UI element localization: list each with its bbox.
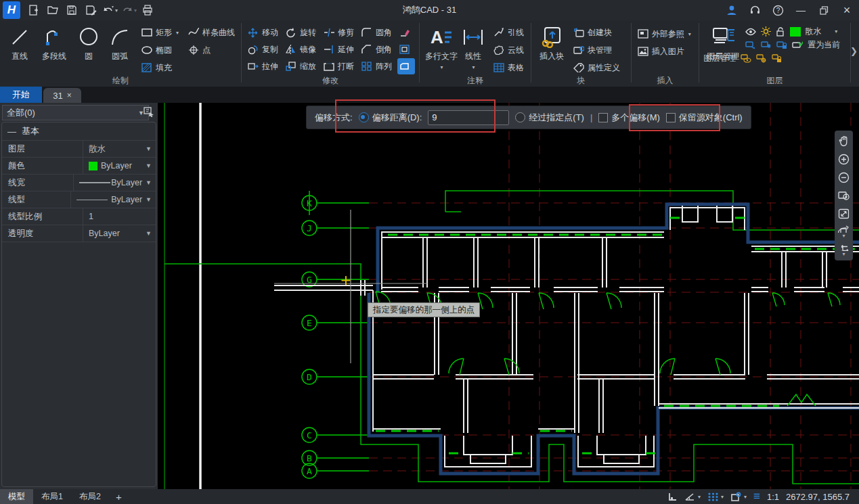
grid-caret-icon[interactable]: ▾	[721, 494, 724, 500]
new-file-icon[interactable]	[26, 2, 42, 18]
color-value-caret-icon[interactable]: ▼	[146, 162, 152, 169]
property-row-linetype[interactable]: 线型 ByLayer▼	[2, 191, 156, 208]
ellipse-tool[interactable]: 椭圆	[139, 42, 181, 58]
linetype-caret-icon[interactable]: ▼	[146, 196, 152, 203]
set-current-label[interactable]: 置为当前	[808, 39, 840, 51]
create-block-tool[interactable]: 创建块	[571, 24, 622, 41]
xref-tool[interactable]: 外部参照▾	[636, 26, 693, 42]
offset-distance-radio[interactable]	[359, 112, 369, 122]
property-row-transparency[interactable]: 透明度 ByLayer▼	[2, 225, 156, 242]
trim-tool[interactable]: 修剪	[322, 24, 359, 41]
layer-sun-icon[interactable]	[760, 26, 771, 37]
selection-filter-dropdown[interactable]: 全部(0) ▼	[2, 105, 149, 120]
move-view-caret-icon[interactable]: ▾	[842, 251, 845, 257]
mtext-caret-icon[interactable]: ▾	[440, 64, 443, 70]
insert-image-tool[interactable]: 插入图片	[636, 43, 693, 60]
chamfer-tool[interactable]: 倒角	[359, 41, 397, 58]
layer-list-caret-icon[interactable]: ▾	[835, 28, 837, 35]
polyline-tool[interactable]: 多段线	[35, 23, 73, 62]
grid-snap-icon[interactable]: ▾	[707, 492, 724, 502]
app-logo-icon[interactable]: H	[3, 1, 20, 19]
property-row-ltscale[interactable]: 线型比例 1	[2, 208, 156, 225]
redo-icon[interactable]: ▾	[120, 2, 137, 18]
zoom-in-icon[interactable]	[837, 152, 852, 166]
array-tool[interactable]: 阵列	[359, 58, 397, 74]
polar-caret-icon[interactable]: ▾	[698, 494, 701, 500]
leader-tool[interactable]: 引线	[491, 24, 526, 41]
break-tool[interactable]: 打断	[322, 58, 359, 74]
through-point-option[interactable]: 经过指定点(T)	[515, 112, 584, 124]
model-tab[interactable]: 模型	[0, 489, 33, 504]
ortho-mode-icon[interactable]	[667, 492, 678, 501]
layer-color-swatch[interactable]	[790, 27, 801, 37]
property-row-color[interactable]: 颜色 ByLayer▼	[2, 157, 156, 174]
layout1-tab[interactable]: 布局1	[33, 489, 71, 504]
quick-select-button[interactable]	[142, 105, 156, 119]
attribute-tool[interactable]: 属性定义	[571, 60, 622, 76]
point-tool[interactable]: 点	[186, 42, 237, 58]
help-icon[interactable]: ?	[768, 2, 787, 18]
scale-tool[interactable]: 缩放	[284, 58, 322, 74]
minimize-button[interactable]: —	[791, 2, 810, 18]
offset-copy-tool[interactable]	[397, 41, 415, 58]
save-icon[interactable]	[64, 2, 80, 18]
fillet-tool[interactable]: 圆角	[359, 24, 397, 41]
multiple-offset-checkbox[interactable]	[598, 113, 608, 122]
layer-off-icon[interactable]	[745, 40, 756, 51]
spline-tool[interactable]: 样条曲线	[186, 24, 237, 41]
layer-walk-icon[interactable]	[741, 53, 751, 64]
rectangle-tool[interactable]: 矩形 ▾	[139, 24, 181, 41]
lineweight-display-icon[interactable]: ≡	[753, 490, 760, 503]
transparency-caret-icon[interactable]: ▼	[146, 230, 152, 237]
property-row-layer[interactable]: 图层 散水▼	[2, 140, 156, 157]
circle-tool[interactable]: 圆	[73, 23, 104, 62]
offset-distance-option[interactable]: 偏移距离(D):	[359, 112, 422, 124]
layer-manager-label[interactable]: 图层管理	[703, 53, 736, 64]
save-as-icon[interactable]	[83, 2, 99, 18]
table-tool[interactable]: 表格	[491, 60, 526, 76]
hatch-tool[interactable]: 填充	[139, 60, 181, 76]
properties-section-basic[interactable]: — 基本	[2, 122, 156, 140]
copy-tool[interactable]: 复制	[246, 41, 284, 58]
undo-icon[interactable]: ▾	[102, 2, 118, 18]
revcloud-tool[interactable]: 云线	[491, 42, 526, 58]
set-current-layer-icon[interactable]	[792, 40, 803, 51]
mtext-tool[interactable]: A 多行文字 ▾	[424, 23, 459, 70]
dimension-tool[interactable]: 线性 ▾	[459, 23, 487, 70]
zoom-window-icon[interactable]	[837, 189, 852, 202]
stretch-tool[interactable]: 拉伸	[246, 58, 284, 74]
print-icon[interactable]	[139, 2, 156, 18]
close-button[interactable]: ×	[837, 2, 856, 18]
keep-source-option[interactable]: 保留源对象(Ctrl)	[666, 112, 743, 124]
pan-icon[interactable]	[837, 134, 852, 147]
layer-unlock-icon[interactable]	[775, 26, 786, 37]
drawing-canvas[interactable]: K J G E D C B A	[158, 103, 859, 489]
through-point-radio[interactable]	[515, 112, 525, 122]
multiple-offset-option[interactable]: 多个偏移(M)	[598, 112, 660, 124]
zoom-out-icon[interactable]	[837, 170, 852, 184]
add-layout-button[interactable]: +	[109, 491, 129, 503]
collapse-icon[interactable]: —	[7, 127, 16, 137]
move-view-icon[interactable]: ▾	[837, 244, 852, 257]
extend-tool[interactable]: 延伸	[322, 41, 359, 58]
restore-button[interactable]	[814, 2, 833, 18]
line-tool[interactable]: 直线	[4, 23, 35, 62]
annotation-scale[interactable]: 1:1	[767, 492, 779, 502]
tab-document-31[interactable]: 31 ×	[43, 88, 81, 103]
object-snap-icon[interactable]: ▾	[730, 492, 747, 502]
layer-lock-icon[interactable]	[776, 40, 787, 51]
zoom-extents-icon[interactable]	[837, 207, 852, 221]
mirror-tool[interactable]: 镜像	[284, 41, 322, 58]
open-file-icon[interactable]	[45, 2, 61, 18]
user-account-icon[interactable]	[722, 2, 741, 18]
block-manager-tool[interactable]: 块管理	[571, 42, 622, 58]
layer-lock-fade-icon[interactable]	[772, 53, 783, 64]
dimension-caret-icon[interactable]: ▾	[472, 64, 475, 70]
orbit-icon[interactable]: ▾	[837, 225, 852, 239]
move-tool[interactable]: 移动	[246, 24, 284, 41]
ribbon-expand-chevron-icon[interactable]: ❯	[850, 46, 858, 56]
orbit-caret-icon[interactable]: ▾	[842, 233, 845, 239]
lineweight-caret-icon[interactable]: ▼	[146, 179, 152, 186]
property-row-lineweight[interactable]: 线宽 ByLayer▼	[2, 174, 156, 191]
layer-isolate-icon[interactable]	[756, 53, 767, 64]
